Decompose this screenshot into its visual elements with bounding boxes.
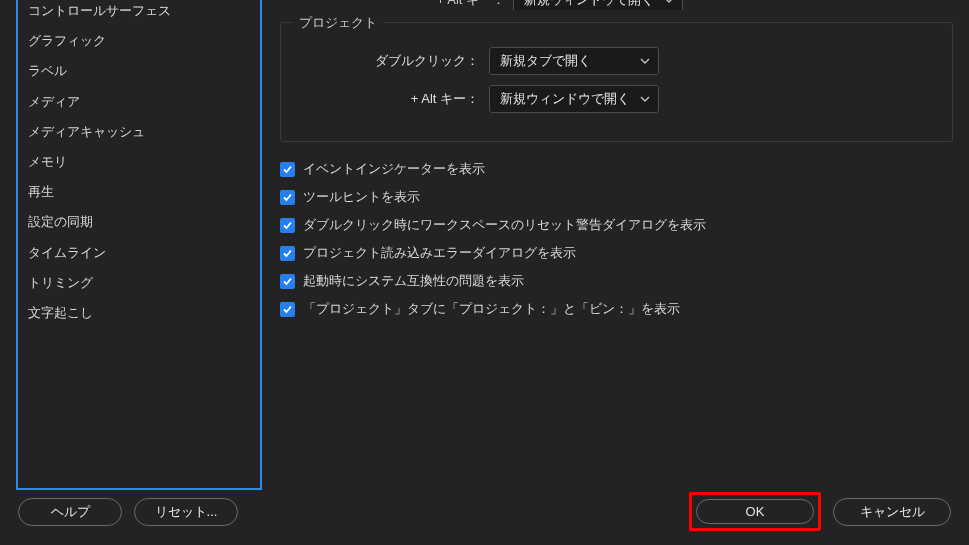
checkbox-tooltips[interactable]: ツールヒントを表示 [280,188,953,206]
ok-highlight: OK [689,492,821,531]
checkbox-label: 「プロジェクト」タブに「プロジェクト：」と「ビン：」を表示 [303,300,680,318]
alt-key-row: + Alt キー： 新規ウィンドウで開く [299,85,934,113]
checkbox-reset-warning[interactable]: ダブルクリック時にワークスペースのリセット警告ダイアログを表示 [280,216,953,234]
sidebar-item-media-cache[interactable]: メディアキャッシュ [18,117,260,147]
chevron-down-icon [640,56,650,66]
checkbox-load-error[interactable]: プロジェクト読み込みエラーダイアログを表示 [280,244,953,262]
checkbox-label: 起動時にシステム互換性の問題を表示 [303,272,524,290]
alt-key-select[interactable]: 新規ウィンドウで開く [489,85,659,113]
select-value: 新規ウィンドウで開く [524,0,654,9]
checkbox-label: イベントインジケーターを表示 [303,160,485,178]
alt-key-label: + Alt キー： [299,90,489,108]
select-value: 新規タブで開く [500,52,591,70]
alt-key-select-prev[interactable]: 新規ウィンドウで開く [513,0,683,10]
fieldset-legend: プロジェクト [293,14,383,32]
chevron-down-icon [664,0,674,5]
double-click-label: ダブルクリック： [299,52,489,70]
select-value: 新規ウィンドウで開く [500,90,630,108]
checkbox-icon [280,302,295,317]
checkbox-compat-issues[interactable]: 起動時にシステム互換性の問題を表示 [280,272,953,290]
sidebar-item-control-surfaces[interactable]: コントロールサーフェス [18,0,260,26]
checkbox-icon [280,162,295,177]
double-click-select[interactable]: 新規タブで開く [489,47,659,75]
checkbox-label: プロジェクト読み込みエラーダイアログを表示 [303,244,576,262]
reset-button[interactable]: リセット... [134,498,238,526]
checkbox-event-indicator[interactable]: イベントインジケーターを表示 [280,160,953,178]
checkbox-label: ダブルクリック時にワークスペースのリセット警告ダイアログを表示 [303,216,706,234]
preferences-sidebar: コントロールサーフェス グラフィック ラベル メディア メディアキャッシュ メモ… [16,0,262,490]
dialog-footer: ヘルプ リセット... OK キャンセル [0,492,969,531]
checkbox-label: ツールヒントを表示 [303,188,420,206]
checkbox-icon [280,190,295,205]
sidebar-item-timeline[interactable]: タイムライン [18,238,260,268]
sidebar-item-label[interactable]: ラベル [18,56,260,86]
checkbox-icon [280,274,295,289]
help-button[interactable]: ヘルプ [18,498,122,526]
chevron-down-icon [640,94,650,104]
sidebar-item-memory[interactable]: メモリ [18,147,260,177]
checkbox-project-bin-labels[interactable]: 「プロジェクト」タブに「プロジェクト：」と「ビン：」を表示 [280,300,953,318]
sidebar-item-media[interactable]: メディア [18,87,260,117]
project-fieldset: プロジェクト ダブルクリック： 新規タブで開く + Alt キー： 新規ウィンド… [280,22,953,142]
sidebar-item-graphic[interactable]: グラフィック [18,26,260,56]
partial-prev-fieldset-row: + Alt キー： 新規ウィンドウで開く [280,0,953,10]
sidebar-item-playback[interactable]: 再生 [18,177,260,207]
cancel-button[interactable]: キャンセル [833,498,951,526]
ok-button[interactable]: OK [696,499,814,524]
checkbox-icon [280,246,295,261]
sidebar-item-trimming[interactable]: トリミング [18,268,260,298]
alt-key-label: + Alt キー： [437,0,505,9]
sidebar-item-sync-settings[interactable]: 設定の同期 [18,207,260,237]
main-panel: + Alt キー： 新規ウィンドウで開く プロジェクト ダブルクリック： 新規タ… [262,0,953,490]
sidebar-item-transcription[interactable]: 文字起こし [18,298,260,328]
checkbox-icon [280,218,295,233]
double-click-row: ダブルクリック： 新規タブで開く [299,47,934,75]
